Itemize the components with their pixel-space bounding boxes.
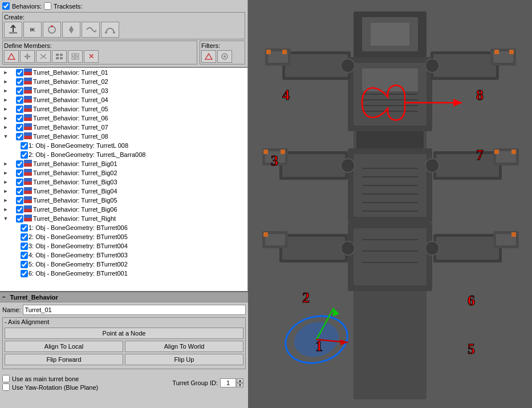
tree-expand-btn[interactable] — [14, 232, 21, 241]
create-curve-btn[interactable] — [101, 22, 119, 38]
svg-rect-113 — [282, 154, 345, 177]
tree-item[interactable]: 4: Obj - BoneGeometry: BTurret003 — [0, 251, 247, 260]
tree-expand-btn[interactable]: ► — [2, 123, 9, 132]
tree-item[interactable]: ▼Turret_Behavior: Turret_08 — [0, 132, 247, 141]
name-input[interactable] — [23, 305, 246, 315]
filter2-btn[interactable] — [217, 50, 232, 63]
tree-item[interactable]: ►Turret_Behavior: Turret_02 — [0, 77, 247, 86]
tree-expand-btn[interactable]: ► — [2, 187, 9, 196]
tree-expand-btn[interactable] — [14, 260, 21, 269]
tree-item[interactable]: 5: Obj - BoneGeometry: BTurret002 — [0, 260, 247, 269]
flip-forward-btn[interactable]: Flip Forward — [5, 354, 123, 365]
tree-item[interactable]: 6: Obj - BoneGeometry: BTurret001 — [0, 269, 247, 278]
tree-expand-btn[interactable] — [14, 241, 21, 251]
create-run-btn[interactable] — [4, 22, 22, 38]
align-world-btn[interactable]: Align To World — [125, 341, 243, 352]
tree-item-checkbox[interactable] — [21, 142, 28, 150]
tree-item-checkbox[interactable] — [21, 261, 28, 268]
tree-item[interactable]: ►Turret_Behavior: Turret_03 — [0, 86, 247, 95]
tree-expand-btn[interactable]: ▼ — [2, 214, 9, 223]
svg-rect-60 — [24, 181, 32, 185]
tree-expand-btn[interactable]: ► — [2, 68, 9, 77]
tree-item-checkbox[interactable] — [21, 151, 28, 159]
create-bone-btn[interactable] — [62, 22, 80, 38]
spinner-down-btn[interactable]: ▼ — [237, 383, 243, 387]
define-grid-btn[interactable] — [52, 50, 67, 63]
create-circular-btn[interactable] — [43, 22, 61, 38]
behaviors-checkbox[interactable] — [2, 2, 10, 10]
tree-item[interactable]: 1: Obj - BoneGeometry: BTurret006 — [0, 223, 247, 232]
tree-expand-btn[interactable]: ► — [2, 205, 9, 214]
tree-item-checkbox[interactable] — [16, 78, 23, 86]
tree-item-checkbox[interactable] — [16, 115, 23, 122]
tree-item[interactable]: 2: Obj - BoneGeometry: BTurret005 — [0, 232, 247, 241]
point-at-node-btn[interactable]: Point at a Node — [5, 328, 243, 339]
tree-item[interactable]: ►Turret_Behavior: Turret_06 — [0, 114, 247, 123]
tree-item[interactable]: 3: Obj - BoneGeometry: BTurret004 — [0, 241, 247, 251]
tree-item-checkbox[interactable] — [16, 169, 23, 177]
tree-item-checkbox[interactable] — [21, 243, 28, 250]
tree-item-checkbox[interactable] — [16, 160, 23, 168]
tracksets-checkbox[interactable] — [44, 2, 51, 10]
define-cut-btn[interactable] — [36, 50, 51, 63]
tree-expand-btn[interactable] — [14, 141, 21, 150]
define-x-btn[interactable]: ✕ — [84, 50, 99, 63]
tree-item[interactable]: ►Turret_Behavior: Turret_01 — [0, 68, 247, 77]
tree-item-checkbox[interactable] — [21, 252, 28, 259]
align-local-btn[interactable]: Align To Local — [5, 341, 123, 352]
tree-expand-btn[interactable]: ► — [2, 177, 9, 187]
tree-item[interactable]: ►Turret_Behavior: Turret_04 — [0, 95, 247, 104]
tree-item-checkbox[interactable] — [16, 106, 23, 113]
panel-collapse-btn[interactable]: – — [2, 294, 6, 300]
tree-item[interactable]: 2: Obj - BoneGeometry: TurretL_Barra008 — [0, 150, 247, 159]
tree-expand-btn[interactable]: ► — [2, 196, 9, 205]
tree-expand-btn[interactable]: ► — [2, 114, 9, 123]
tree-item-checkbox[interactable] — [16, 124, 23, 131]
tree-expand-btn[interactable] — [14, 251, 21, 260]
create-motion-btn[interactable] — [82, 22, 100, 38]
tree-item[interactable]: ►Turret_Behavior: Turret_Big05 — [0, 196, 247, 205]
tree-expand-btn[interactable] — [14, 223, 21, 232]
define-arrow-btn[interactable] — [4, 50, 19, 63]
tree-item[interactable]: ►Turret_Behavior: Turret_07 — [0, 123, 247, 132]
tree-expand-btn[interactable]: ▼ — [2, 132, 9, 141]
tree-item[interactable]: ►Turret_Behavior: Turret_Big03 — [0, 177, 247, 187]
define-crossarrow-btn[interactable] — [20, 50, 35, 63]
tree-item-checkbox[interactable] — [16, 179, 23, 186]
tree-item[interactable]: ►Turret_Behavior: Turret_Big04 — [0, 187, 247, 196]
tree-expand-btn[interactable]: ► — [2, 95, 9, 104]
tree-item-checkbox[interactable] — [16, 215, 23, 223]
tree-expand-btn[interactable]: ► — [2, 159, 9, 168]
tree-item-checkbox[interactable] — [21, 270, 28, 277]
tree-item-checkbox[interactable] — [16, 197, 23, 204]
yaw-rotation-checkbox[interactable] — [2, 383, 10, 391]
tree-expand-btn[interactable] — [14, 150, 21, 159]
tree-expand-btn[interactable]: ► — [2, 104, 9, 114]
filter1-btn[interactable] — [201, 50, 216, 63]
tree-item[interactable]: ►Turret_Behavior: Turret_Big02 — [0, 168, 247, 177]
tree-item-checkbox[interactable] — [16, 206, 23, 213]
tree-item[interactable]: ►Turret_Behavior: Turret_Big01 — [0, 159, 247, 168]
tree-expand-btn[interactable]: ► — [2, 77, 9, 86]
tree-item-checkbox[interactable] — [21, 233, 28, 241]
tree-item[interactable]: ►Turret_Behavior: Turret_05 — [0, 104, 247, 114]
define-grid2-btn[interactable] — [68, 50, 83, 63]
tree-item-checkbox[interactable] — [16, 96, 23, 104]
tree-item-checkbox[interactable] — [16, 87, 23, 95]
create-ik-btn[interactable]: IK — [23, 22, 42, 38]
tree-item-checkbox[interactable] — [21, 224, 28, 232]
tree-expand-btn[interactable]: ► — [2, 86, 9, 95]
tree-item-checkbox[interactable] — [16, 188, 23, 195]
tree-item[interactable]: 1: Obj - BoneGeometry: TurretL 008 — [0, 141, 247, 150]
tree-item-checkbox[interactable] — [16, 133, 23, 140]
tree-expand-btn[interactable]: ► — [2, 168, 9, 177]
tree-item[interactable]: ▼Turret_Behavior: Turret_Right — [0, 214, 247, 223]
svg-point-136 — [341, 159, 355, 172]
spinner-up-btn[interactable]: ▲ — [237, 378, 243, 383]
main-bone-checkbox[interactable] — [2, 375, 10, 382]
tree-item[interactable]: ►Turret_Behavior: Turret_Big06 — [0, 205, 247, 214]
tree-expand-btn[interactable] — [14, 269, 21, 278]
tree-item-checkbox[interactable] — [16, 69, 23, 76]
turret-group-input[interactable] — [220, 378, 236, 387]
flip-up-btn[interactable]: Flip Up — [125, 354, 243, 365]
